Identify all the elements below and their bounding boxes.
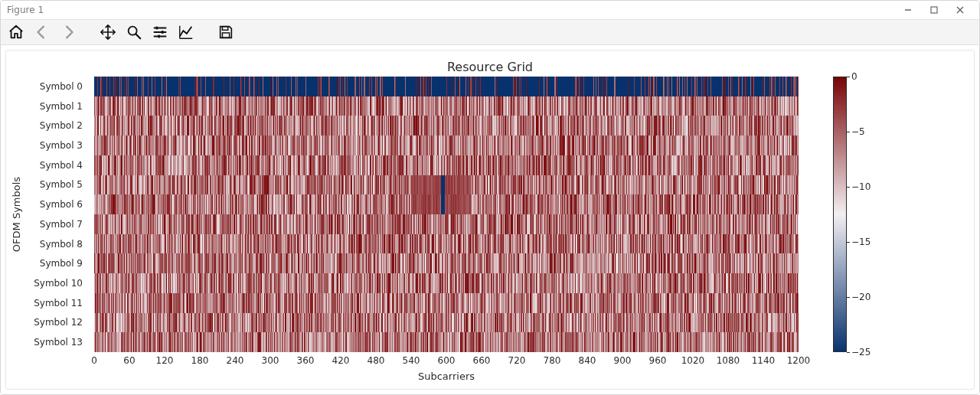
x-tick-label: 780: [537, 355, 567, 366]
mpl-toolbar: [1, 19, 979, 45]
colorbar-tick-label: 0: [851, 71, 858, 82]
y-tick-label: Symbol 13: [6, 337, 83, 348]
x-tick-label: 660: [466, 355, 497, 366]
chart-title: Resource Grid: [6, 60, 974, 74]
x-tick-label: 1200: [783, 355, 814, 366]
svg-line-5: [136, 34, 141, 39]
colorbar-tick-label: −25: [851, 347, 871, 357]
back-icon[interactable]: [33, 23, 51, 41]
x-tick-label: 720: [501, 355, 532, 366]
colorbar: [833, 77, 847, 352]
x-tick-label: 360: [290, 355, 321, 366]
titlebar: Figure 1: [1, 1, 979, 19]
plot-area[interactable]: Resource Grid OFDM Symbols Subcarriers S…: [1, 45, 979, 394]
y-tick-label: Symbol 5: [6, 179, 83, 190]
x-tick-label: 960: [642, 355, 673, 366]
maximize-button[interactable]: [921, 2, 947, 18]
subplots-icon[interactable]: [151, 23, 169, 41]
svg-rect-14: [222, 27, 227, 31]
svg-rect-10: [162, 31, 164, 34]
y-tick-label: Symbol 7: [6, 219, 83, 230]
x-tick-label: 480: [361, 355, 391, 366]
y-tick-label: Symbol 1: [6, 101, 83, 112]
home-icon[interactable]: [7, 23, 25, 41]
y-tick-label: Symbol 9: [6, 258, 83, 269]
y-tick-label: Symbol 4: [6, 160, 83, 171]
x-tick-label: 840: [572, 355, 603, 366]
figure-window: Figure 1: [0, 0, 980, 395]
y-tick-label: Symbol 11: [6, 298, 83, 308]
zoom-icon[interactable]: [125, 23, 143, 41]
x-tick-label: 300: [255, 355, 286, 366]
y-tick-label: Symbol 6: [6, 199, 83, 210]
y-tick-label: Symbol 3: [6, 140, 83, 151]
close-button[interactable]: [947, 2, 973, 18]
svg-rect-11: [158, 35, 160, 38]
colorbar-tick-label: −15: [851, 237, 871, 247]
x-tick-label: 1140: [748, 355, 779, 366]
colorbar-tick-label: −10: [851, 181, 871, 192]
y-tick-label: Symbol 12: [6, 317, 83, 328]
y-tick-label: Symbol 2: [6, 120, 83, 131]
svg-rect-15: [222, 33, 229, 38]
svg-rect-9: [156, 27, 158, 30]
forward-icon[interactable]: [59, 23, 77, 41]
y-tick-label: Symbol 0: [6, 81, 83, 92]
x-tick-label: 900: [607, 355, 638, 366]
x-tick-label: 240: [220, 355, 250, 366]
colorbar-tick-label: −5: [851, 126, 865, 137]
x-tick-label: 60: [114, 355, 145, 366]
svg-rect-1: [931, 7, 937, 13]
resource-grid-heatmap[interactable]: [94, 77, 799, 352]
x-tick-label: 420: [325, 355, 356, 366]
move-icon[interactable]: [99, 23, 117, 41]
save-icon[interactable]: [217, 23, 235, 41]
colorbar-tick-label: −20: [851, 292, 871, 302]
window-title: Figure 1: [7, 5, 44, 15]
x-tick-label: 1020: [678, 355, 708, 366]
y-tick-label: Symbol 8: [6, 239, 83, 250]
x-tick-label: 540: [396, 355, 426, 366]
y-tick-label: Symbol 10: [6, 278, 83, 289]
x-tick-label: 1080: [713, 355, 743, 366]
x-tick-label: 0: [79, 355, 109, 366]
x-tick-label: 180: [185, 355, 215, 366]
axes-icon[interactable]: [177, 23, 195, 41]
x-axis-label: Subcarriers: [94, 371, 799, 382]
minimize-button[interactable]: [895, 2, 921, 18]
x-tick-label: 600: [431, 355, 462, 366]
x-tick-label: 120: [149, 355, 180, 366]
